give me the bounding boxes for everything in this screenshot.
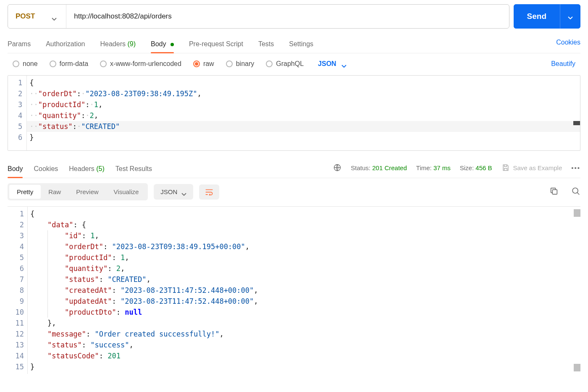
tab-tests[interactable]: Tests (258, 37, 274, 53)
method-url-group: POST (8, 4, 509, 29)
chevron-down-icon (568, 15, 573, 18)
svg-rect-1 (552, 189, 557, 194)
resp-tab-headers[interactable]: Headers (5) (69, 162, 105, 178)
request-gutter: 1 2 3 4 5 6 (8, 76, 27, 150)
wrap-icon (205, 189, 213, 195)
request-body-editor[interactable]: 1 2 3 4 5 6 { ··"orderDt":·"2023-08-23T0… (8, 75, 580, 151)
scrollbar-thumb[interactable] (574, 209, 580, 217)
request-bar: POST Send (8, 4, 580, 29)
cookies-link[interactable]: Cookies (556, 39, 580, 51)
radio-raw[interactable]: raw (193, 60, 214, 68)
tab-headers-label: Headers (100, 40, 126, 47)
response-header: Body Cookies Headers (5) Test Results St… (8, 162, 580, 178)
response-body-viewer[interactable]: 1 2 3 4 5 6 7 8 9 10 11 12 13 14 15 { "d… (8, 206, 580, 374)
response-meta: Status: 201 Created Time: 37 ms Size: 45… (333, 163, 580, 176)
modified-dot-icon (171, 43, 174, 46)
response-toolbar: Pretty Raw Preview Visualize JSON (8, 178, 580, 206)
radio-form-data[interactable]: form-data (50, 60, 88, 68)
radio-graphql[interactable]: GraphQL (266, 60, 304, 68)
body-type-row: none form-data x-www-form-urlencoded raw… (8, 53, 580, 75)
copy-button[interactable] (549, 187, 559, 197)
chevron-down-icon (52, 15, 57, 18)
resp-tab-body[interactable]: Body (8, 162, 23, 178)
beautify-link[interactable]: Beautify (551, 60, 580, 68)
scroll-marker (573, 121, 580, 125)
request-tabs-row: Params Authorization Headers (9) Body Pr… (8, 37, 580, 53)
tab-prerequest[interactable]: Pre-request Script (189, 37, 243, 53)
radio-binary[interactable]: binary (226, 60, 255, 68)
body-format-select[interactable]: JSON (318, 60, 346, 68)
view-mode-tabs: Pretty Raw Preview Visualize (8, 183, 148, 200)
view-preview[interactable]: Preview (68, 185, 106, 199)
radio-urlencoded[interactable]: x-www-form-urlencoded (100, 60, 181, 68)
tab-body[interactable]: Body (151, 37, 174, 53)
request-code: { ··"orderDt":·"2023-08-23T09:38:49.195Z… (27, 76, 580, 150)
request-tabs: Params Authorization Headers (9) Body Pr… (8, 37, 313, 53)
save-icon (501, 163, 510, 172)
http-method-label: POST (16, 12, 35, 21)
resp-tab-cookies[interactable]: Cookies (34, 162, 58, 178)
radio-none[interactable]: none (13, 60, 38, 68)
view-raw[interactable]: Raw (41, 185, 68, 199)
headers-count: (9) (127, 40, 136, 47)
tab-settings[interactable]: Settings (289, 37, 313, 53)
response-code: { "data": { "id": 1, "orderDt": "2023-08… (28, 207, 580, 374)
globe-icon[interactable] (333, 163, 341, 172)
response-gutter: 1 2 3 4 5 6 7 8 9 10 11 12 13 14 15 (8, 207, 28, 374)
chevron-down-icon (181, 190, 186, 194)
body-type-radios: none form-data x-www-form-urlencoded raw… (13, 60, 346, 68)
more-menu-icon[interactable]: ••• (571, 164, 580, 171)
send-button-group: Send (514, 4, 580, 29)
scrollbar-thumb[interactable] (574, 364, 580, 371)
send-more-button[interactable] (560, 4, 580, 29)
response-actions (549, 187, 580, 197)
response-tabs: Body Cookies Headers (5) Test Results (8, 162, 152, 178)
resp-tab-test-results[interactable]: Test Results (116, 162, 152, 178)
chevron-down-icon (341, 62, 346, 66)
tab-params[interactable]: Params (8, 37, 31, 53)
svg-point-2 (572, 188, 578, 193)
tab-body-label: Body (151, 40, 166, 47)
send-button[interactable]: Send (514, 4, 560, 29)
tab-headers[interactable]: Headers (9) (100, 37, 136, 53)
wrap-lines-button[interactable] (199, 184, 219, 200)
url-input[interactable] (66, 5, 509, 28)
view-pretty[interactable]: Pretty (9, 185, 41, 199)
search-button[interactable] (571, 187, 580, 197)
response-format-select[interactable]: JSON (154, 184, 193, 200)
http-method-select[interactable]: POST (8, 5, 66, 28)
tab-authorization[interactable]: Authorization (46, 37, 85, 53)
view-visualize[interactable]: Visualize (106, 185, 147, 199)
save-as-example-button[interactable]: Save as Example (501, 163, 562, 172)
